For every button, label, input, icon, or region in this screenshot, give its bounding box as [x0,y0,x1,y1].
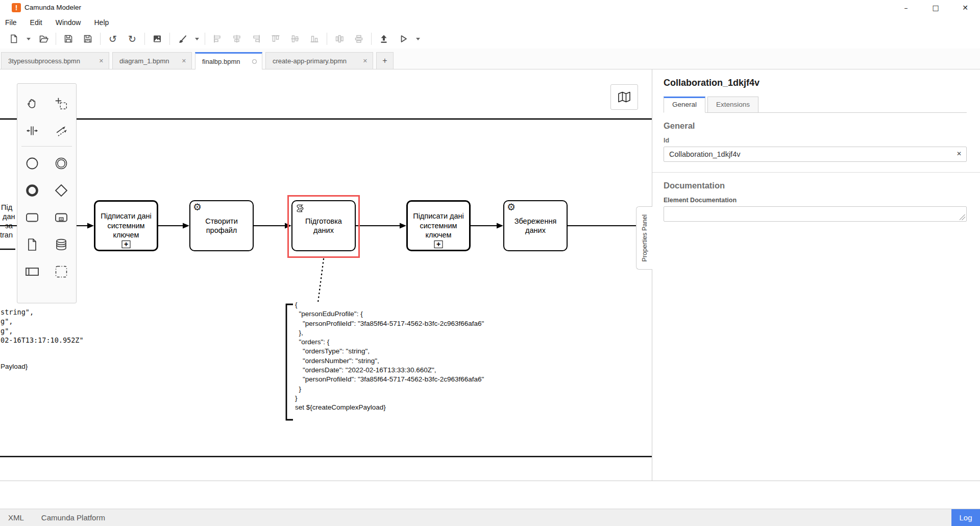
save-as-button[interactable] [78,31,97,46]
align-right-icon [251,34,261,44]
connect-icon [54,124,68,138]
maximize-button[interactable]: □ [921,0,950,15]
create-intermediate-event[interactable] [47,150,77,177]
toolbar-separator [205,33,205,45]
toolbar-separator [56,33,56,45]
menu-edit[interactable]: Edit [30,18,42,27]
start-instance-button[interactable] [394,31,413,46]
subprocess-icon [54,210,69,225]
start-event-icon [24,156,40,171]
align-right-button[interactable] [247,31,266,46]
minimize-button[interactable]: – [891,0,921,15]
undo-button[interactable]: ↺ [103,31,122,46]
open-file-button[interactable] [34,31,53,46]
log-toggle-button[interactable]: Log [951,509,980,526]
tab-bar: 3typessubprocess.bpmn ✕ diagram_1.bpmn ✕… [0,49,980,69]
create-start-event[interactable] [17,150,47,177]
redo-button[interactable]: ↻ [122,31,142,46]
space-tool[interactable] [17,117,47,144]
diagram-connections [0,69,652,481]
align-left-button[interactable] [208,31,227,46]
call-activity-sign-data-1[interactable]: Підписати дані системним ключем + [94,200,158,251]
status-bar: XML Camunda Platform Log [0,509,980,526]
close-button[interactable]: ✕ [950,0,980,15]
format-painter-button[interactable] [173,31,192,46]
deploy-upload-icon [379,34,389,44]
create-task[interactable] [17,204,47,231]
palette-separator [21,146,72,147]
tab-extensions[interactable]: Extensions [707,97,758,112]
menu-file[interactable]: File [5,18,17,27]
distribute-horizontally-icon [334,34,345,44]
menu-window[interactable]: Window [56,18,81,27]
clear-input-icon[interactable]: ✕ [957,150,962,157]
tab-diagram-1[interactable]: diagram_1.bpmn ✕ [112,52,192,69]
close-tab-icon[interactable]: ✕ [182,58,186,64]
engine-platform-label: Camunda Platform [41,513,105,522]
bpmn-canvas[interactable]: Під дан за tran string", g", g", 02-16T1… [0,69,652,481]
toolbar-separator [100,33,101,45]
close-tab-icon[interactable]: ✕ [363,58,368,64]
align-top-button[interactable] [266,31,285,46]
unsaved-changes-icon [252,59,257,64]
create-gateway[interactable] [47,177,77,204]
start-instance-caret[interactable] [413,31,423,46]
properties-panel-toggle[interactable]: Properties Panel [636,206,652,270]
align-top-icon [271,34,281,44]
data-object-icon [24,237,40,252]
id-label: Id [664,137,967,144]
undo-icon: ↺ [109,34,117,44]
format-painter-caret[interactable] [192,31,202,46]
toolbar-separator [169,33,170,45]
new-tab-button[interactable]: + [376,52,394,69]
distribute-vertically-button[interactable] [349,31,369,46]
align-middle-button[interactable] [285,31,305,46]
camunda-logo-icon: ! [12,3,21,12]
minimap-toggle-button[interactable] [610,84,638,110]
selected-element-title: Collaboration_1dkjf4v [664,78,967,88]
lasso-tool[interactable] [47,90,77,117]
export-image-button[interactable] [148,31,167,46]
new-diagram-button[interactable] [4,31,23,46]
selection-outline [287,195,360,258]
general-section-heading: General [664,121,967,131]
create-data-object[interactable] [17,231,47,258]
element-documentation-input[interactable] [664,206,967,222]
close-tab-icon[interactable]: ✕ [99,58,104,64]
hand-icon [25,97,39,111]
save-button[interactable] [59,31,78,46]
service-task-gear-icon: ⚙ [193,202,202,212]
create-group[interactable] [47,258,77,285]
properties-panel: Collaboration_1dkjf4v General Extensions… [652,69,980,481]
create-subprocess[interactable] [47,204,77,231]
id-input[interactable] [664,147,967,162]
tab-finalbp-active[interactable]: finalbp.bpmn [195,52,262,69]
create-participant[interactable] [17,258,47,285]
tab-3typessubprocess[interactable]: 3typessubprocess.bpmn ✕ [1,52,109,69]
toolbar-separator [371,33,372,45]
tab-label: 3typessubprocess.bpmn [8,57,80,65]
new-diagram-caret[interactable] [23,31,34,46]
section-divider [652,172,980,173]
resize-grip-icon[interactable] [960,214,965,220]
align-bottom-button[interactable] [305,31,324,46]
align-vertical-center-button[interactable] [227,31,247,46]
text-annotation[interactable]: { "personEduProfile": { "personProfileId… [295,300,484,413]
hand-tool[interactable] [17,90,47,117]
distribute-horizontally-button[interactable] [330,31,349,46]
xml-view-toggle[interactable]: XML [8,513,24,522]
call-activity-sign-data-2[interactable]: Підписати дані системним ключем + [406,200,471,251]
tab-label: diagram_1.bpmn [119,57,169,65]
service-task-gear-icon: ⚙ [507,202,516,212]
annotation-bracket [286,304,293,420]
tab-create-app-primary[interactable]: create-app-primary.bpmn ✕ [265,52,373,69]
deploy-button[interactable] [374,31,394,46]
service-task-create-profile[interactable]: ⚙ Створити профайл [189,200,254,251]
create-end-event[interactable] [17,177,47,204]
task-icon [24,210,40,225]
service-task-save-data[interactable]: ⚙ Збереження даних [503,200,568,251]
menu-help[interactable]: Help [94,18,109,27]
create-data-store[interactable] [47,231,77,258]
tab-general[interactable]: General [664,97,705,113]
global-connect-tool[interactable] [47,117,77,144]
